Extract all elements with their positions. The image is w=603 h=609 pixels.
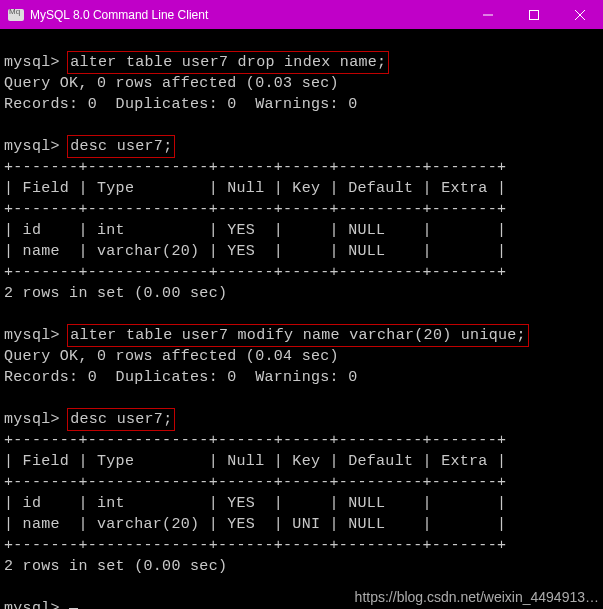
- table-row: | name | varchar(20) | YES | UNI | NULL …: [4, 514, 599, 535]
- table-sep: +-------+-------------+------+-----+----…: [4, 262, 599, 283]
- table-row: | name | varchar(20) | YES | | NULL | |: [4, 241, 599, 262]
- prompt: mysql>: [4, 138, 60, 155]
- command-highlight: alter table user7 drop index name;: [67, 51, 389, 74]
- watermark: https://blog.csdn.net/weixin_4494913…: [355, 589, 599, 605]
- table-header: | Field | Type | Null | Key | Default | …: [4, 178, 599, 199]
- output-line: Query OK, 0 rows affected (0.04 sec): [4, 346, 599, 367]
- output-line: 2 rows in set (0.00 sec): [4, 556, 599, 577]
- table-sep: +-------+-------------+------+-----+----…: [4, 199, 599, 220]
- output-line: 2 rows in set (0.00 sec): [4, 283, 599, 304]
- table-sep: +-------+-------------+------+-----+----…: [4, 535, 599, 556]
- terminal[interactable]: mysql> alter table user7 drop index name…: [0, 29, 603, 609]
- titlebar[interactable]: MySQL 8.0 Command Line Client: [0, 0, 603, 29]
- command-highlight: alter table user7 modify name varchar(20…: [67, 324, 529, 347]
- table-sep: +-------+-------------+------+-----+----…: [4, 430, 599, 451]
- command-highlight: desc user7;: [67, 135, 175, 158]
- table-row: | id | int | YES | | NULL | |: [4, 220, 599, 241]
- table-sep: +-------+-------------+------+-----+----…: [4, 472, 599, 493]
- window-title: MySQL 8.0 Command Line Client: [30, 8, 465, 22]
- table-row: | id | int | YES | | NULL | |: [4, 493, 599, 514]
- app-icon: [8, 9, 24, 21]
- svg-rect-1: [530, 10, 539, 19]
- output-line: Records: 0 Duplicates: 0 Warnings: 0: [4, 94, 599, 115]
- minimize-button[interactable]: [465, 0, 511, 29]
- table-header: | Field | Type | Null | Key | Default | …: [4, 451, 599, 472]
- output-line: Query OK, 0 rows affected (0.03 sec): [4, 73, 599, 94]
- command-highlight: desc user7;: [67, 408, 175, 431]
- output-line: Records: 0 Duplicates: 0 Warnings: 0: [4, 367, 599, 388]
- close-button[interactable]: [557, 0, 603, 29]
- table-sep: +-------+-------------+------+-----+----…: [4, 157, 599, 178]
- prompt: mysql>: [4, 327, 60, 344]
- maximize-button[interactable]: [511, 0, 557, 29]
- prompt: mysql>: [4, 600, 60, 609]
- prompt: mysql>: [4, 54, 60, 71]
- prompt: mysql>: [4, 411, 60, 428]
